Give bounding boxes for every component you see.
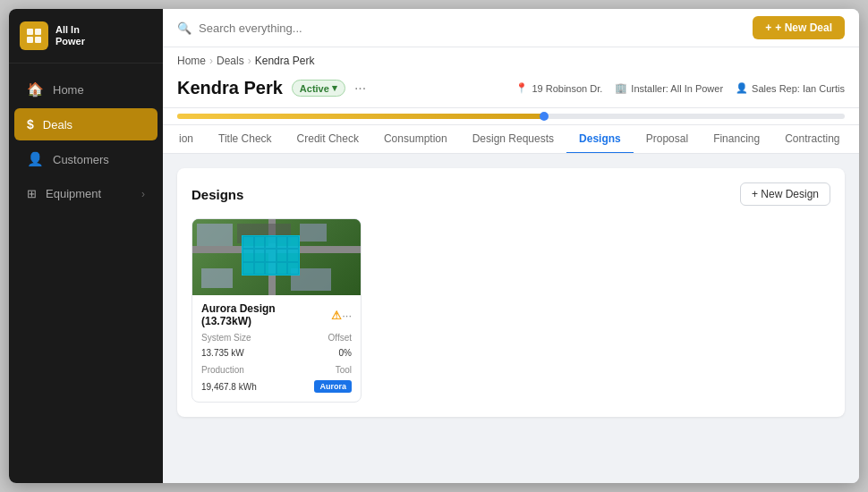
installer-meta: 🏢 Installer: All In Power: [615, 82, 723, 94]
app-name: All In Power: [55, 24, 85, 47]
address-text: 19 Robinson Dr.: [532, 83, 602, 94]
sidebar-item-home[interactable]: 🏠 Home: [14, 72, 157, 106]
tab-credit-check[interactable]: Credit Check: [285, 125, 371, 154]
svg-rect-1: [35, 29, 41, 35]
search-icon: 🔍: [177, 21, 191, 35]
tabs-bar: ion Title Check Credit Check Consumption…: [163, 125, 859, 154]
system-size-value: 13.735 kW: [201, 348, 244, 358]
person-icon: 👤: [736, 82, 748, 94]
progress-bar-fill: [177, 114, 544, 119]
equipment-icon: ⊞: [27, 187, 37, 200]
warning-icon: ⚠: [331, 309, 342, 322]
deal-header: Kendra Perk Active ▾ ··· 📍 19 Robinson D…: [163, 71, 859, 108]
customers-icon: 👤: [27, 151, 44, 167]
design-name-row: Aurora Design (13.73kW) ⚠ ···: [201, 302, 352, 327]
new-deal-button[interactable]: + + New Deal: [753, 16, 845, 39]
installer-text: Installer: All In Power: [631, 83, 723, 94]
location-icon: 📍: [515, 82, 528, 94]
chevron-right-icon: ›: [141, 188, 145, 200]
main-content: 🔍 + + New Deal Home › Deals › Kendra Per…: [163, 9, 859, 483]
sales-rep-meta: 👤 Sales Rep: Ian Curtis: [736, 82, 845, 94]
aerial-map: [192, 219, 361, 295]
sidebar-item-customers-label: Customers: [53, 153, 109, 166]
offset-label: Offset: [328, 333, 353, 343]
sidebar-nav: 🏠 Home $ Deals 👤 Customers ⊞ Equipment ›: [9, 64, 163, 483]
design-stats: System Size Offset 13.735 kW 0% Producti…: [201, 333, 352, 394]
production-value: 19,467.8 kWh: [201, 382, 257, 392]
app-logo: All In Power: [9, 9, 163, 64]
design-more-options-icon[interactable]: ···: [342, 309, 352, 322]
system-size-values: 13.735 kW 0%: [201, 348, 352, 358]
sidebar-item-home-label: Home: [53, 83, 84, 97]
system-size-label: System Size: [201, 333, 251, 343]
sales-rep-text: Sales Rep: Ian Curtis: [752, 83, 845, 94]
topbar: 🔍 + + New Deal: [163, 9, 859, 47]
designs-title: Designs: [191, 187, 243, 202]
designs-section: Designs + New Design: [177, 168, 845, 417]
tool-label: Tool: [336, 365, 352, 375]
svg-rect-3: [35, 37, 41, 43]
svg-rect-0: [27, 29, 33, 35]
new-deal-label: + New Deal: [775, 21, 832, 34]
deal-title: Kendra Perk: [177, 78, 283, 98]
tab-financing[interactable]: Financing: [701, 125, 772, 154]
tab-title-check[interactable]: Title Check: [206, 125, 285, 154]
design-card[interactable]: Aurora Design (13.73kW) ⚠ ··· System Siz…: [191, 218, 362, 403]
breadcrumb-deals[interactable]: Deals: [217, 55, 244, 67]
status-badge[interactable]: Active ▾: [292, 80, 345, 97]
progress-section: [163, 108, 859, 125]
progress-dot: [540, 112, 549, 121]
production-row: Production Tool: [201, 365, 352, 375]
search-box[interactable]: 🔍: [177, 21, 431, 35]
progress-bar-track: [177, 114, 845, 119]
sidebar-item-customers[interactable]: 👤 Customers: [14, 142, 157, 176]
breadcrumb-current: Kendra Perk: [255, 55, 315, 67]
tab-design-requests[interactable]: Design Requests: [460, 125, 566, 154]
design-name: Aurora Design (13.73kW) ⚠: [201, 302, 342, 327]
status-label: Active: [300, 83, 329, 94]
production-label: Production: [201, 365, 244, 375]
breadcrumb-sep-1: ›: [209, 55, 213, 67]
more-options-icon[interactable]: ···: [354, 81, 366, 97]
home-icon: 🏠: [27, 81, 44, 98]
breadcrumb: Home › Deals › Kendra Perk: [163, 47, 859, 71]
tab-consumption[interactable]: Consumption: [371, 125, 460, 154]
system-size-row: System Size Offset: [201, 333, 352, 343]
offset-value: 0%: [339, 348, 352, 358]
sidebar: All In Power 🏠 Home $ Deals 👤 Customers …: [9, 9, 163, 483]
tab-designs[interactable]: Designs: [566, 125, 634, 154]
solar-panels-overlay: [242, 235, 300, 276]
design-card-image: [192, 219, 361, 295]
design-card-body: Aurora Design (13.73kW) ⚠ ··· System Siz…: [192, 295, 361, 402]
installer-icon: 🏢: [615, 82, 627, 94]
deal-meta: 📍 19 Robinson Dr. 🏢 Installer: All In Po…: [515, 82, 845, 94]
svg-rect-2: [27, 37, 33, 43]
new-design-label: + New Design: [752, 188, 819, 200]
breadcrumb-sep-2: ›: [248, 55, 251, 67]
logo-icon: [20, 21, 48, 50]
tab-proposal[interactable]: Proposal: [634, 125, 701, 154]
sidebar-item-deals[interactable]: $ Deals: [14, 108, 157, 140]
tab-ion[interactable]: ion: [166, 125, 206, 154]
address-meta: 📍 19 Robinson Dr.: [515, 82, 602, 94]
content-area: Designs + New Design: [163, 154, 859, 483]
sidebar-item-equipment-label: Equipment: [46, 187, 101, 200]
sidebar-item-equipment[interactable]: ⊞ Equipment ›: [14, 178, 157, 209]
deals-icon: $: [27, 117, 34, 131]
aurora-badge: Aurora: [314, 380, 352, 393]
tab-contracting[interactable]: Contracting: [772, 125, 852, 154]
production-values: 19,467.8 kWh Aurora: [201, 380, 352, 393]
deal-title-row: Kendra Perk Active ▾ ···: [177, 78, 366, 98]
designs-header: Designs + New Design: [191, 182, 830, 206]
plus-icon: +: [765, 21, 771, 34]
sidebar-item-deals-label: Deals: [43, 118, 72, 131]
new-design-button[interactable]: + New Design: [740, 182, 830, 206]
chevron-down-icon: ▾: [332, 82, 337, 94]
search-input[interactable]: [199, 21, 431, 35]
breadcrumb-home[interactable]: Home: [177, 55, 206, 67]
